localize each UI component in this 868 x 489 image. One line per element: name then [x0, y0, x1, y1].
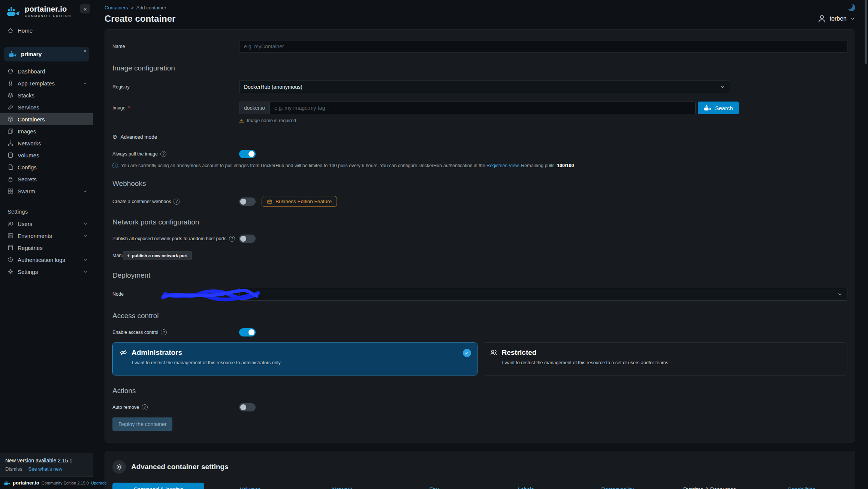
- sidebar-item-label: Dashboard: [18, 68, 45, 75]
- search-button[interactable]: Search: [698, 102, 739, 114]
- question-icon: ?: [229, 236, 235, 242]
- breadcrumb-current: Add container: [136, 5, 166, 10]
- publish-all-label-text: Publish all exposed network ports to ran…: [112, 236, 226, 241]
- tab-runtime-resources[interactable]: Runtime & Resources: [664, 483, 756, 489]
- authentication-logs-icon: [7, 257, 13, 263]
- footer-brand: portainer.io: [13, 480, 39, 486]
- question-icon: ?: [161, 329, 167, 335]
- footer-whale-icon: [4, 480, 10, 485]
- image-error-text: Image name is required.: [247, 118, 298, 123]
- dismiss-link[interactable]: Dismiss: [5, 466, 22, 472]
- deploy-container-button[interactable]: Deploy the container: [112, 417, 172, 431]
- deployment-heading: Deployment: [112, 271, 847, 280]
- scrollbar-thumb[interactable]: [865, 0, 867, 64]
- tab-command-logging[interactable]: Command & logging: [112, 483, 204, 489]
- user-chevron-icon: [850, 16, 855, 21]
- footer-edition: Community Edition 2.15.0: [42, 481, 89, 485]
- webhook-label: Create a container webhook ?: [112, 199, 239, 205]
- webhooks-heading: Webhooks: [112, 179, 847, 188]
- tab-network[interactable]: Network: [296, 483, 388, 489]
- dockerhub-note: i You are currently using an anonymous a…: [112, 163, 847, 168]
- publish-port-button-label: publish a new network port: [132, 253, 188, 258]
- upgrade-link[interactable]: Upgrade: [91, 481, 107, 485]
- enable-access-label: Enable access control ?: [112, 329, 239, 335]
- collapse-sidebar-button[interactable]: «: [80, 4, 90, 13]
- whats-new-link[interactable]: See what's new: [28, 466, 63, 472]
- sidebar-item-settings[interactable]: Settings: [0, 266, 93, 278]
- breadcrumb-separator: >: [131, 5, 134, 10]
- sidebar-item-label: Secrets: [18, 176, 37, 182]
- sidebar-item-secrets[interactable]: Secrets: [0, 173, 93, 185]
- note-text: You are currently using an anonymous acc…: [121, 163, 574, 168]
- portainer-logo-icon: [6, 6, 21, 17]
- sidebar-item-swarm[interactable]: Swarm: [0, 185, 93, 197]
- sidebar-item-home[interactable]: Home: [0, 24, 93, 36]
- business-edition-badge[interactable]: Business Edition Feature: [262, 196, 337, 207]
- webhook-toggle[interactable]: [239, 197, 256, 206]
- tab-env[interactable]: Env: [388, 483, 480, 489]
- enable-access-toggle[interactable]: [239, 328, 256, 336]
- network-ports-heading: Network ports configuration: [112, 218, 847, 226]
- settings-section-header: Settings: [7, 208, 93, 215]
- sidebar-item-volumes[interactable]: Volumes: [0, 149, 93, 161]
- theme-moon-icon[interactable]: [848, 4, 855, 11]
- toggle-knob: [240, 404, 246, 410]
- sidebar-item-networks[interactable]: Networks: [0, 137, 93, 149]
- image-input[interactable]: [269, 102, 696, 114]
- manual-publishing-row: Manual network port publishing ? + publi…: [112, 251, 847, 260]
- advanced-settings-gear-badge: [112, 460, 126, 474]
- sidebar-item-app-templates[interactable]: App Templates: [0, 77, 93, 89]
- image-label-text: Image: [112, 105, 126, 111]
- swarm-icon: [7, 188, 13, 194]
- sidebar-item-stacks[interactable]: Stacks: [0, 89, 93, 101]
- access-control-heading: Access control: [112, 312, 847, 320]
- users-icon: [7, 221, 13, 227]
- sidebar-item-registries[interactable]: Registries: [0, 242, 93, 254]
- tab-volumes[interactable]: Volumes: [204, 483, 296, 489]
- sidebar-item-users[interactable]: Users: [0, 218, 93, 230]
- always-pull-toggle[interactable]: [239, 150, 256, 158]
- update-banner: New version available 2.15.1 Dismiss See…: [0, 453, 93, 476]
- restricted-option-card[interactable]: Restricted I want to restrict the manage…: [483, 342, 848, 375]
- advanced-settings-panel: Advanced container settings Command & lo…: [105, 451, 855, 489]
- sidebar-item-authentication-logs[interactable]: Authentication logs: [0, 254, 93, 266]
- restricted-title: Restricted: [502, 348, 537, 357]
- tab-capabilities[interactable]: Capabilities: [756, 483, 847, 489]
- auto-remove-label: Auto remove ?: [112, 404, 239, 410]
- enable-access-row: Enable access control ?: [112, 328, 847, 336]
- close-environment-icon[interactable]: ×: [84, 48, 87, 54]
- registry-select[interactable]: DockerHub (anonymous): [239, 81, 730, 93]
- user-menu[interactable]: torben: [817, 14, 855, 23]
- publish-port-button[interactable]: + publish a new network port: [123, 251, 192, 260]
- remaining-pulls-count: 100/100: [557, 163, 574, 168]
- webhook-row: Create a container webhook ? Business Ed…: [112, 196, 847, 207]
- tab-restart-policy[interactable]: Restart policy: [572, 483, 664, 489]
- gear-icon: [116, 464, 123, 470]
- sidebar-item-dashboard[interactable]: Dashboard: [0, 65, 93, 77]
- image-row: Image* docker.io Search: [112, 102, 847, 114]
- tab-labels[interactable]: Labels: [480, 483, 572, 489]
- node-select[interactable]: [239, 288, 847, 301]
- name-input[interactable]: [239, 40, 847, 53]
- environment-selector[interactable]: primary ×: [4, 47, 89, 61]
- toggle-knob: [248, 329, 254, 335]
- administrators-option-card[interactable]: Administrators I want to restrict the ma…: [112, 342, 477, 375]
- sidebar-item-configs[interactable]: Configs: [0, 161, 93, 173]
- advanced-mode-label: Advanced mode: [121, 134, 157, 140]
- sidebar-item-images[interactable]: Images: [0, 125, 93, 137]
- advanced-mode-link[interactable]: ⊕ Advanced mode: [112, 133, 847, 140]
- images-icon: [7, 128, 13, 134]
- whale-search-icon: [703, 105, 712, 111]
- auto-remove-toggle[interactable]: [239, 403, 256, 411]
- sidebar-item-containers[interactable]: Containers: [0, 113, 93, 125]
- sidebar-item-services[interactable]: Services: [0, 101, 93, 113]
- chevron-down-icon: [83, 269, 88, 274]
- sidebar-item-environments[interactable]: Environments: [0, 230, 93, 242]
- publish-all-toggle[interactable]: [239, 235, 256, 243]
- sidebar-item-label: App Templates: [18, 80, 55, 87]
- name-label: Name: [112, 44, 239, 49]
- dashboard-icon: [7, 68, 13, 74]
- breadcrumb-containers-link[interactable]: Containers: [105, 5, 128, 10]
- registries-view-link[interactable]: Registries View: [486, 163, 518, 168]
- toggle-knob: [240, 199, 246, 205]
